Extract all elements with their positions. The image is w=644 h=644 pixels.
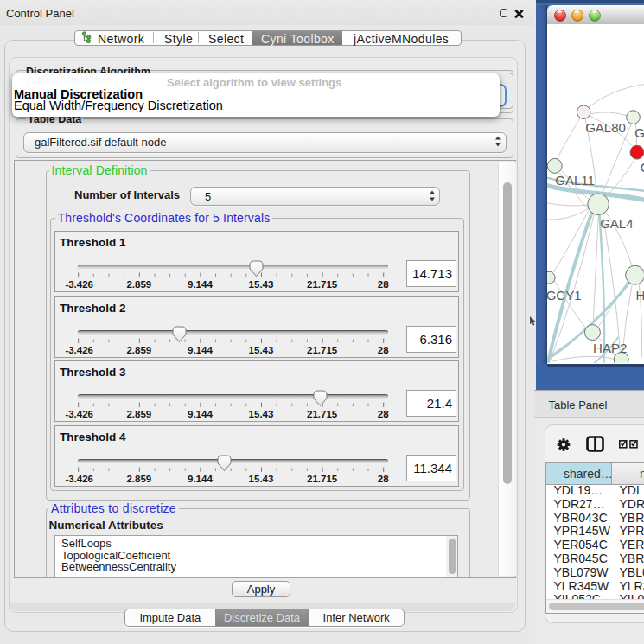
svg-text:GAL4: GAL4 <box>600 216 633 231</box>
svg-text:GAL80: GAL80 <box>585 120 626 135</box>
svg-text:GAL11: GAL11 <box>555 173 595 188</box>
svg-text:HAP2: HAP2 <box>593 341 627 355</box>
svg-text:C: C <box>640 160 644 175</box>
svg-text:GA: GA <box>634 125 644 140</box>
svg-text:H: H <box>635 288 644 303</box>
svg-text:GCY1: GCY1 <box>547 288 582 303</box>
